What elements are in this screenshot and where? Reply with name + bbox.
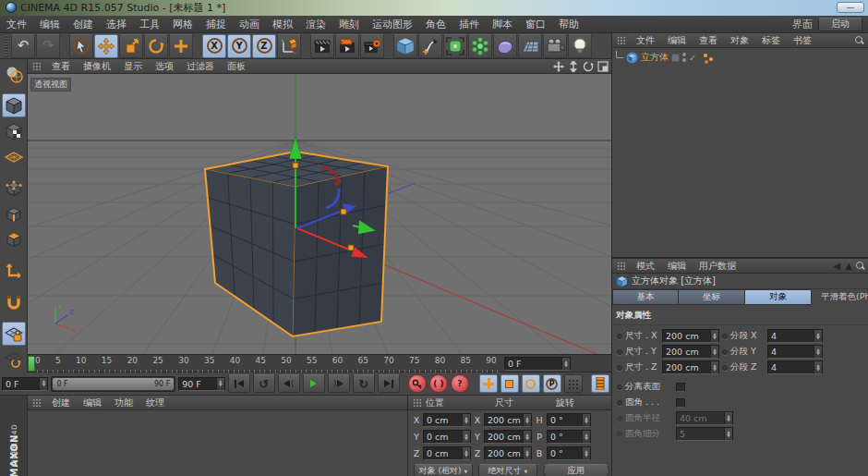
materials-menu-create[interactable]: 创建 <box>45 397 77 409</box>
add-cube-button[interactable] <box>393 34 417 58</box>
render-to-picture-viewer-button[interactable] <box>335 34 359 58</box>
menu-sculpt[interactable]: 雕刻 <box>332 18 366 31</box>
redo-button[interactable]: ↷ <box>36 34 60 58</box>
move-tool[interactable] <box>94 34 118 58</box>
menu-animate[interactable]: 动画 <box>233 18 266 31</box>
object-name[interactable]: 立方体 <box>641 51 669 64</box>
workplane-mode-button[interactable] <box>2 145 26 169</box>
toolbar-grip[interactable] <box>5 35 8 57</box>
render-view-button[interactable] <box>310 34 334 58</box>
am-menu-edit[interactable]: 编辑 <box>661 260 693 273</box>
size-y-param-field[interactable]: 200 cm <box>662 345 719 359</box>
om-menu-view[interactable]: 查看 <box>693 34 724 47</box>
spinner-icon[interactable] <box>216 378 224 390</box>
next-frame-button[interactable]: ) <box>328 374 350 393</box>
lock-workplane-button[interactable] <box>2 322 26 346</box>
separate-surfaces-checkbox[interactable] <box>676 383 685 392</box>
undo-button[interactable]: ↶ <box>11 34 35 58</box>
history-back-icon[interactable]: ◀ <box>834 261 841 271</box>
anim-dot-icon[interactable] <box>722 334 728 339</box>
menu-simulate[interactable]: 模拟 <box>266 18 299 31</box>
position-mode-dropdown[interactable]: 对象 (相对) <box>414 464 473 476</box>
rot-h-field[interactable]: 0 ° <box>547 413 591 427</box>
menu-window[interactable]: 窗口 <box>519 18 552 31</box>
coordinate-system-button[interactable] <box>277 34 301 58</box>
rot-b-field[interactable]: 0 ° <box>547 446 591 460</box>
keyframe-selection-button[interactable]: ? <box>451 374 469 393</box>
panel-menu-icon[interactable] <box>413 398 422 407</box>
add-floor-button[interactable] <box>518 34 542 58</box>
menu-render[interactable]: 渲染 <box>299 18 332 31</box>
om-menu-tags[interactable]: 标签 <box>755 34 787 47</box>
viewport-menu-panel[interactable]: 面板 <box>221 60 252 73</box>
play-backwards-button[interactable]: ↺ <box>253 374 275 393</box>
environment-button[interactable] <box>493 34 517 58</box>
am-menu-userdata[interactable]: 用户数据 <box>693 260 742 273</box>
zoom-view-icon[interactable] <box>567 60 579 72</box>
rotate-view-icon[interactable] <box>582 60 594 72</box>
viewport-menu-cameras[interactable]: 摄像机 <box>77 60 117 73</box>
viewport-menu-options[interactable]: 选项 <box>149 60 180 73</box>
axis-mode-button[interactable] <box>2 259 26 283</box>
current-frame-field[interactable]: 0 F <box>2 377 48 391</box>
om-menu-file[interactable]: 文件 <box>630 34 661 47</box>
om-menu-edit[interactable]: 编辑 <box>661 34 693 47</box>
search-icon[interactable] <box>855 36 863 44</box>
am-menu-mode[interactable]: 模式 <box>630 260 661 273</box>
pos-z-field[interactable]: 0 cm <box>423 446 471 460</box>
add-spline-button[interactable] <box>418 34 442 58</box>
previous-frame-button[interactable]: ( <box>278 374 300 393</box>
tab-phong[interactable]: 平滑着色(Phong) <box>812 289 868 305</box>
minimize-button[interactable]: — <box>837 2 864 13</box>
menu-help[interactable]: 帮助 <box>552 18 585 31</box>
menu-edit[interactable]: 编辑 <box>33 18 66 31</box>
play-button[interactable] <box>303 374 325 393</box>
live-selection-tool[interactable] <box>69 34 93 58</box>
playhead[interactable] <box>28 356 35 372</box>
lock-x-axis-button[interactable]: X <box>202 34 226 58</box>
menu-select[interactable]: 选择 <box>100 18 133 31</box>
anim-dot-icon[interactable] <box>617 334 622 339</box>
menu-character[interactable]: 角色 <box>419 18 452 31</box>
panel-menu-icon[interactable] <box>32 398 42 407</box>
seg-y-param-field[interactable]: 4 <box>767 345 823 359</box>
spinner-icon[interactable] <box>561 358 570 370</box>
scale-tool[interactable] <box>119 34 143 58</box>
anim-dot-icon[interactable] <box>617 400 622 406</box>
mograph-button[interactable] <box>468 34 492 58</box>
size-x-param-field[interactable]: 200 cm <box>662 329 719 343</box>
add-camera-button[interactable] <box>543 34 567 58</box>
render-settings-button[interactable] <box>360 34 384 58</box>
om-menu-objects[interactable]: 对象 <box>724 34 755 47</box>
enabled-check-icon[interactable]: ✓ <box>689 53 696 63</box>
seg-z-param-field[interactable]: 4 <box>767 360 823 374</box>
materials-menu-texture[interactable]: 纹理 <box>139 397 171 409</box>
panel-menu-icon[interactable] <box>617 262 626 270</box>
rot-p-field[interactable]: 0 ° <box>547 430 591 444</box>
tab-object[interactable]: 对象 <box>745 289 812 305</box>
size-y-field[interactable]: 200 cm <box>484 430 532 444</box>
edges-mode-button[interactable] <box>2 202 26 226</box>
object-row-cube[interactable]: 立方体 ✓ <box>614 50 714 65</box>
play-forward-loop-button[interactable]: ↻ <box>353 374 375 393</box>
tab-basic[interactable]: 基本 <box>612 289 679 305</box>
size-z-param-field[interactable]: 200 cm <box>662 360 719 374</box>
lock-z-axis-button[interactable]: Z <box>252 34 276 58</box>
timeline-mode-button[interactable] <box>591 374 609 393</box>
fillet-checkbox[interactable] <box>676 398 685 408</box>
layer-badge[interactable] <box>671 54 680 62</box>
materials-menu-edit[interactable]: 编辑 <box>77 397 108 409</box>
key-rotation-button[interactable] <box>522 374 540 393</box>
menu-plugins[interactable]: 插件 <box>452 18 486 31</box>
tab-coordinates[interactable]: 坐标 <box>679 289 745 305</box>
anim-dot-icon[interactable] <box>617 384 622 390</box>
key-pla-button[interactable] <box>564 374 583 393</box>
seg-x-param-field[interactable]: 4 <box>767 329 823 343</box>
view-label[interactable]: 透视视图 <box>30 78 71 92</box>
panel-menu-icon[interactable] <box>617 36 626 44</box>
pos-y-field[interactable]: 0 cm <box>423 430 471 444</box>
pan-view-icon[interactable] <box>552 60 564 72</box>
model-mode-button[interactable] <box>2 93 26 117</box>
menu-mesh[interactable]: 网格 <box>166 18 199 31</box>
search-icon[interactable] <box>856 262 864 270</box>
